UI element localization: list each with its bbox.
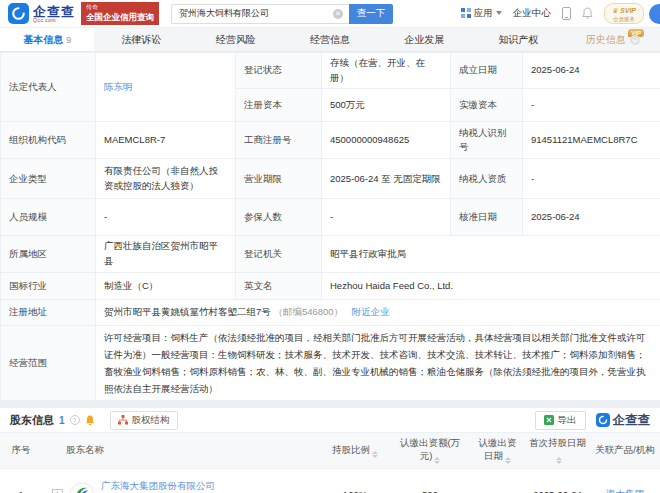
sort-icon: [556, 457, 562, 464]
field-value: 存续（在营、开业、在册）: [322, 53, 451, 89]
svip-sub: 会员服务: [612, 16, 636, 22]
tab-history[interactable]: VIP 历史信息: [566, 28, 660, 51]
tab-development[interactable]: 企业发展: [377, 28, 471, 51]
tab-basic-info[interactable]: 基本信息9: [0, 28, 94, 51]
col-first-hold-date[interactable]: 首次持股日期: [525, 433, 590, 469]
equity-structure-button[interactable]: 股权结构: [110, 411, 178, 430]
related-product-link[interactable]: 海大集团: [606, 488, 644, 493]
subscribe-date: -: [470, 469, 525, 493]
equity-structure-icon: [118, 415, 128, 425]
col-ratio[interactable]: 持股比例: [320, 433, 390, 469]
col-no: 序号: [0, 433, 42, 469]
field-label: 国标行业: [1, 272, 96, 299]
export-excel-icon: [544, 415, 554, 425]
field-label: 人员规模: [1, 199, 96, 236]
field-value: -: [322, 199, 451, 236]
field-value: MAEMCL8R-7: [96, 122, 236, 159]
col-amount[interactable]: 认缴出资额(万元): [390, 433, 470, 469]
help-icon[interactable]: ?: [70, 415, 80, 425]
shareholder-name-link[interactable]: 广东海大集团股份有限公司: [101, 480, 215, 493]
shareholders-table: 序号 股东名称 持股比例 认缴出资额(万元) 认缴出资日期 首次持股日期 关联产…: [0, 432, 660, 493]
field-value: 有限责任公司（非自然人投资或控股的法人独资）: [96, 159, 236, 199]
field-label: 企业类型: [1, 159, 96, 199]
top-nav: 应用 企业中心 ♛ SVIP 会员服务: [461, 3, 660, 23]
field-value: 500万元: [322, 89, 451, 122]
nav-apps-label: 应用: [474, 7, 493, 20]
address-text: 贺州市昭平县黄姚镇篁竹村客塱二组7号: [104, 306, 271, 317]
history-chevron-icon: [630, 35, 640, 45]
badge-line1: 传奇: [86, 4, 154, 11]
col-subscribe-date[interactable]: 认缴出资日期: [470, 433, 525, 469]
basic-info-table: 法定代表人 陈东明 登记状态 存续（在营、开业、在册） 成立日期 2025-06…: [0, 52, 660, 401]
expand-plus-icon[interactable]: +: [52, 489, 63, 493]
top-bar: 企查查 Qcc.com 传奇 全国企业信用查询 ✕ 查一下 应用 企业中心 ♛ …: [0, 0, 660, 28]
nav-apps[interactable]: 应用: [461, 7, 502, 20]
hold-ratio: 100%: [320, 469, 390, 493]
col-name: 股东名称: [42, 433, 320, 469]
field-value: 450000000948625: [322, 122, 451, 159]
field-label: 组织机构代码: [1, 122, 96, 159]
tab-risk[interactable]: 经营风险: [189, 28, 283, 51]
bell-icon[interactable]: [582, 7, 593, 19]
field-label: 登记机关: [236, 236, 322, 272]
nav-center-label: 企业中心: [513, 7, 551, 20]
haida-group-logo: Haid: [69, 482, 95, 493]
field-label: 工商注册号: [236, 122, 322, 159]
field-label: 纳税人识别号: [451, 122, 523, 159]
watermark-logo-icon: [596, 413, 610, 427]
sort-icon: [434, 457, 440, 464]
first-hold-date: 2025-06-24: [525, 469, 590, 493]
field-label: 登记状态: [236, 53, 322, 89]
field-label: 注册地址: [1, 299, 96, 325]
logo-name: 企查查: [33, 5, 75, 18]
registered-address-cell: 贺州市昭平县黄姚镇篁竹村客塱二组7号 （邮编546800） 附近企业: [96, 299, 660, 325]
qcc-watermark: 企查查: [596, 412, 651, 429]
field-label: 所属地区: [1, 236, 96, 272]
nearby-companies-link[interactable]: 附近企业: [352, 306, 390, 317]
field-label: 经营范围: [1, 325, 96, 400]
search-button[interactable]: 查一下: [349, 4, 393, 24]
search-input[interactable]: [171, 4, 349, 24]
search-bar: ✕ 查一下: [171, 4, 393, 24]
field-label: 实缴资本: [451, 89, 523, 122]
svip-title: ♛ SVIP: [612, 7, 636, 14]
field-label: 成立日期: [451, 53, 523, 89]
shareholders-section: 股东信息 1 ? 股权结构 导出 企查查 序号 股东名称: [0, 408, 660, 493]
tab-operation[interactable]: 经营信息: [283, 28, 377, 51]
export-button[interactable]: 导出: [535, 411, 586, 430]
logo-text[interactable]: 企查查 Qcc.com: [33, 5, 75, 23]
sort-icon: [372, 451, 378, 458]
field-value: 制造业（C）: [96, 272, 236, 299]
field-label: 参保人数: [236, 199, 322, 236]
nav-enterprise-center[interactable]: 企业中心: [513, 7, 551, 20]
qcc-logo-icon[interactable]: [8, 3, 29, 24]
shareholders-header: 股东信息 1 ? 股权结构 导出 企查查: [0, 408, 660, 432]
field-label: 英文名: [236, 272, 322, 299]
crown-icon: ♛: [612, 7, 618, 14]
field-value: 2025-06-24: [523, 199, 660, 236]
address-postcode: （邮编546800）: [273, 306, 343, 317]
field-value: 2025-06-24 至 无固定期限: [322, 159, 451, 199]
caret-down-icon: [496, 11, 502, 15]
field-label: 核准日期: [451, 199, 523, 236]
field-value: 91451121MAEMCL8R7C: [523, 122, 660, 159]
field-value: 2025-06-24: [523, 53, 660, 89]
business-scope-text: 许可经营项目：饲料生产（依法须经批准的项目，经相关部门批准后方可开展经营活动，具…: [96, 325, 660, 400]
tab-bar: 基本信息9 法律诉讼 经营风险 经营信息 企业发展 知识产权 VIP 历史信息: [0, 28, 660, 52]
search-clear-icon[interactable]: ✕: [333, 9, 343, 19]
svip-badge[interactable]: ♛ SVIP 会员服务: [604, 3, 644, 23]
row-number: 1: [0, 469, 42, 493]
notification-bell-icon[interactable]: [85, 415, 95, 426]
field-value: -: [523, 89, 660, 122]
shareholder-row: 1 + Haid 广东海大集团股份有限公司 海大集团 (002311.SZ): [0, 469, 660, 493]
field-value: 广西壮族自治区贺州市昭平县: [96, 236, 236, 272]
table-header-row: 序号 股东名称 持股比例 认缴出资额(万元) 认缴出资日期 首次持股日期 关联产…: [0, 433, 660, 469]
col-related: 关联产品/机构: [590, 433, 660, 469]
tab-count: 9: [66, 35, 71, 45]
legal-rep-link[interactable]: 陈东明: [104, 81, 133, 92]
phone-icon[interactable]: [562, 7, 571, 20]
field-value: Hezhou Haida Feed Co., Ltd.: [322, 272, 660, 299]
field-label: 纳税人资质: [451, 159, 523, 199]
tab-legal[interactable]: 法律诉讼: [94, 28, 188, 51]
tab-ip[interactable]: 知识产权: [471, 28, 565, 51]
